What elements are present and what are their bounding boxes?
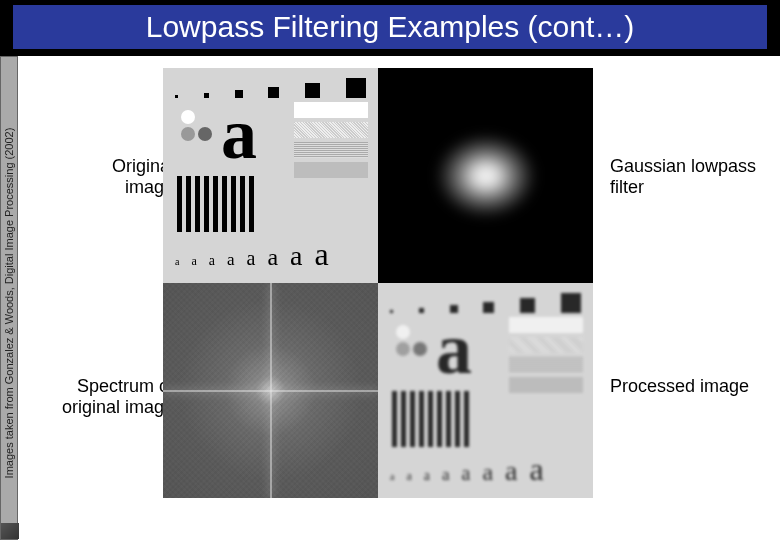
slide-title-text: Lowpass Filtering Examples (cont…) [146,10,635,44]
slide-title: Lowpass Filtering Examples (cont…) [12,4,768,50]
spectrum-v-line-icon [270,283,272,498]
squares-row-icon [175,78,366,98]
panel-filter [378,68,593,283]
label-processed: Processed image [610,376,780,397]
a-row-text: a a a a a a a a [390,451,581,488]
bars-icon [392,391,482,447]
label-filter: Gaussian lowpass filter [610,156,780,198]
texture-stack-icon [294,102,368,182]
panel-processed: a a a a a a a a a [378,283,593,498]
credit-sidebar: Images taken from Gonzalez & Woods, Digi… [0,56,18,540]
panel-spectrum [163,283,378,498]
big-a-glyph: a [221,98,257,170]
panel-original: a a a a a a a a a [163,68,378,283]
slide-body: Original image Gaussian lowpass filter S… [18,68,780,540]
dots-icon [396,325,427,356]
label-original: Original image [74,156,174,198]
credit-text: Images taken from Gonzalez & Woods, Digi… [3,67,15,539]
image-grid: a a a a a a a a a [163,68,593,498]
dots-icon [181,110,212,141]
squares-row-icon [390,293,581,313]
label-spectrum: Spectrum of original image [60,376,174,418]
title-bar: Lowpass Filtering Examples (cont…) [0,0,780,56]
credit-thumb-icon [1,523,19,539]
gaussian-blob-icon [426,126,546,226]
bars-icon [177,176,267,232]
big-a-glyph: a [436,313,472,385]
texture-stack-icon [509,317,583,397]
a-row-text: a a a a a a a a [175,236,366,273]
